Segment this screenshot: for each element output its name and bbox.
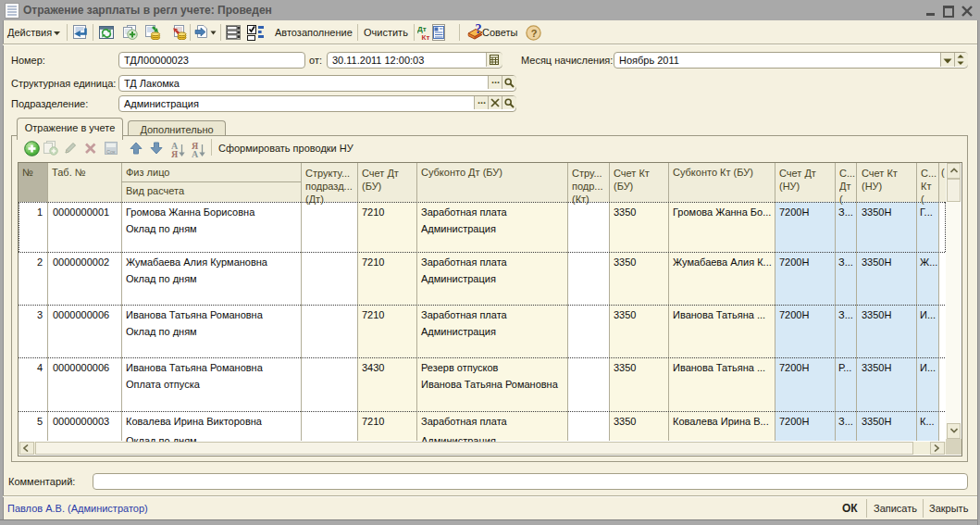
svg-text:Сок: Сок [106,149,116,155]
svg-text:А: А [192,149,199,158]
svg-text:?: ? [531,28,538,39]
svg-text:Кт: Кт [422,33,430,41]
svg-text:?: ? [476,23,482,36]
svg-text:Я: Я [171,149,179,158]
